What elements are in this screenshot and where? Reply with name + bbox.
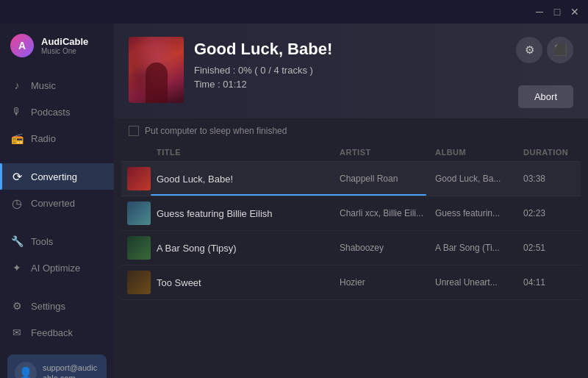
minimize-button[interactable]: ─ <box>532 4 547 19</box>
album-art <box>129 37 184 103</box>
sidebar-bottom: 👤 support@audicable.com <box>0 347 114 378</box>
track-duration: 03:38 <box>523 174 575 184</box>
table-row[interactable]: Good Luck, Babe! Chappell Roan Good Luck… <box>121 162 581 196</box>
sleep-checkbox[interactable] <box>129 126 139 136</box>
avatar: 👤 <box>15 362 37 378</box>
table-row[interactable]: Too Sweet Hozier Unreal Uneart... 04:11 <box>121 265 581 300</box>
sidebar-section-tools: 🔧 Tools ✦ AI Optimize <box>0 227 114 282</box>
settings-circle-button[interactable]: ⚙ <box>516 37 542 63</box>
sidebar-item-converted[interactable]: ◷ Converted <box>0 190 114 216</box>
logo-text: AudiCable Music One <box>41 36 88 55</box>
sidebar-label-radio: Radio <box>31 133 56 144</box>
sidebar-item-feedback[interactable]: ✉ Feedback <box>0 319 114 346</box>
track-artist: Charli xcx, Billie Eili... <box>340 208 435 218</box>
window-controls: ─ □ ✕ <box>532 4 582 19</box>
sidebar-label-podcasts: Podcasts <box>31 107 70 118</box>
track-artist: Shaboozey <box>340 243 435 253</box>
sidebar-label-converted: Converted <box>31 198 75 209</box>
table-header: TITLE ARTIST ALBUM DURATION <box>121 143 581 162</box>
track-album: Good Luck, Ba... <box>435 174 523 184</box>
track-title: Guess featuring Billie Eilish <box>157 208 273 219</box>
table-row[interactable]: A Bar Song (Tipsy) Shaboozey A Bar Song … <box>121 231 581 265</box>
album-art-wrapper <box>129 37 184 103</box>
track-duration: 02:51 <box>523 243 575 253</box>
convert-info: Good Luck, Babe! Finished : 0% ( 0 / 4 t… <box>194 37 516 90</box>
sidebar-item-ai-optimize[interactable]: ✦ AI Optimize <box>0 254 114 281</box>
sidebar-section-convert: ⟳ Converting ◷ Converted <box>0 162 114 218</box>
app-name: AudiCable <box>41 36 88 47</box>
thumb-image <box>127 271 151 294</box>
track-duration: 02:23 <box>523 208 575 218</box>
header-icon-buttons: ⚙ ⬛ <box>516 37 573 63</box>
sidebar-label-ai-optimize: AI Optimize <box>31 263 80 274</box>
convert-actions: ⚙ ⬛ Abort <box>516 37 573 108</box>
sidebar: A AudiCable Music One ♪ Music 🎙 Podcasts… <box>0 24 114 378</box>
converted-icon: ◷ <box>10 196 24 210</box>
track-album: Unreal Uneart... <box>435 277 523 288</box>
convert-status: Finished : 0% ( 0 / 4 tracks ) <box>194 65 516 76</box>
thumb-image <box>127 236 151 260</box>
user-email: support@audicable.com <box>43 363 97 378</box>
title-bar: ─ □ ✕ <box>0 0 588 24</box>
col-thumb <box>127 148 157 157</box>
track-artist: Chappell Roan <box>340 174 435 184</box>
sleep-row: Put computer to sleep when finished <box>114 118 588 143</box>
track-album: Guess featurin... <box>435 208 523 218</box>
sidebar-label-music: Music <box>31 80 56 91</box>
track-thumb-col <box>127 271 157 294</box>
sidebar-item-podcasts[interactable]: 🎙 Podcasts <box>0 99 114 125</box>
sidebar-item-music[interactable]: ♪ Music <box>0 72 114 99</box>
track-thumbnail <box>127 167 151 190</box>
podcasts-icon: 🎙 <box>10 105 24 118</box>
sidebar-section-settings: ⚙ Settings ✉ Feedback <box>0 291 114 347</box>
track-title-col: Guess featuring Billie Eilish <box>157 208 340 219</box>
track-title-col: Too Sweet <box>157 277 340 288</box>
sidebar-logo: A AudiCable Music One <box>0 26 114 71</box>
track-thumb-col <box>127 236 157 260</box>
export-circle-button[interactable]: ⬛ <box>547 37 573 63</box>
track-artist: Hozier <box>340 277 435 288</box>
track-title: Good Luck, Babe! <box>157 174 233 185</box>
sidebar-item-settings[interactable]: ⚙ Settings <box>0 293 114 319</box>
track-rows: Good Luck, Babe! Chappell Roan Good Luck… <box>121 162 581 300</box>
track-duration: 04:11 <box>523 277 575 288</box>
track-thumb-col <box>127 202 157 225</box>
album-art-figure <box>129 37 184 103</box>
close-button[interactable]: ✕ <box>567 4 582 19</box>
sidebar-label-settings: Settings <box>31 301 65 312</box>
track-thumb-col <box>127 167 157 190</box>
track-thumbnail <box>127 236 151 260</box>
tools-icon: 🔧 <box>10 235 24 248</box>
settings-icon: ⚙ <box>10 299 24 313</box>
abort-button[interactable]: Abort <box>518 85 573 108</box>
convert-title: Good Luck, Babe! <box>194 40 516 59</box>
radio-icon: 📻 <box>10 132 24 145</box>
feedback-icon: ✉ <box>10 326 24 339</box>
track-title-col: Good Luck, Babe! <box>157 174 340 185</box>
sidebar-item-radio[interactable]: 📻 Radio <box>0 125 114 151</box>
sidebar-section-main: ♪ Music 🎙 Podcasts 📻 Radio <box>0 71 114 153</box>
thumb-image <box>127 202 151 225</box>
maximize-button[interactable]: □ <box>550 4 564 19</box>
table-row[interactable]: Guess featuring Billie Eilish Charli xcx… <box>121 196 581 231</box>
sidebar-label-converting: Converting <box>31 171 77 182</box>
col-album: ALBUM <box>435 148 523 157</box>
converting-icon: ⟳ <box>10 170 24 183</box>
track-title: A Bar Song (Tipsy) <box>157 243 237 254</box>
user-card[interactable]: 👤 support@audicable.com <box>7 354 107 378</box>
music-icon: ♪ <box>10 79 24 92</box>
sidebar-label-feedback: Feedback <box>31 327 73 338</box>
main-content: Good Luck, Babe! Finished : 0% ( 0 / 4 t… <box>114 24 588 378</box>
col-artist: ARTIST <box>340 148 435 157</box>
sidebar-item-tools[interactable]: 🔧 Tools <box>0 228 114 254</box>
sidebar-item-converting[interactable]: ⟳ Converting <box>0 163 114 190</box>
track-title-col: A Bar Song (Tipsy) <box>157 243 340 254</box>
track-progress-bar <box>151 194 426 196</box>
thumb-image <box>127 167 151 190</box>
track-title: Too Sweet <box>157 277 201 288</box>
track-thumbnail <box>127 271 151 294</box>
sleep-label: Put computer to sleep when finished <box>145 126 287 136</box>
col-title: TITLE <box>157 148 340 157</box>
convert-time: Time : 01:12 <box>194 79 516 90</box>
app-body: A AudiCable Music One ♪ Music 🎙 Podcasts… <box>0 24 588 378</box>
